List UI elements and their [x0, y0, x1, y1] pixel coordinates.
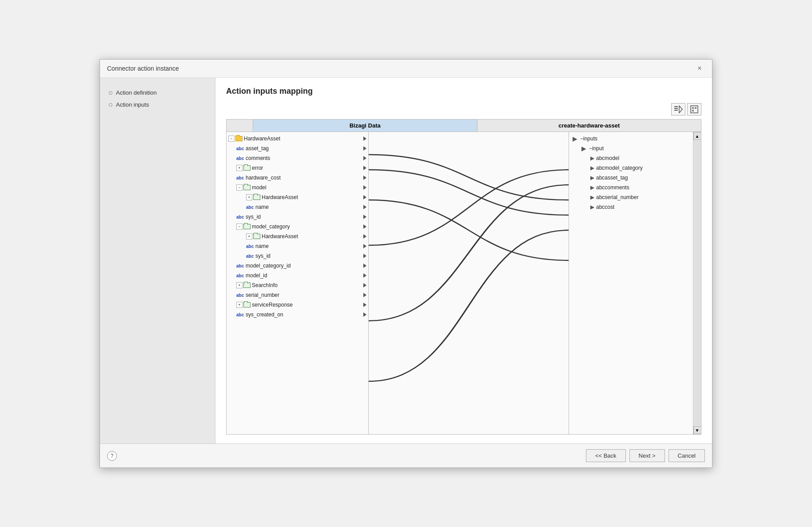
tree-item: abc name: [227, 241, 368, 251]
folder-icon: [235, 136, 243, 141]
map-arrow-icon[interactable]: [363, 166, 366, 170]
map-arrow-icon[interactable]: [363, 234, 366, 239]
map-arrow-icon[interactable]: [363, 303, 366, 307]
right-tree-item: ▶ abc model: [569, 153, 693, 163]
map-arrow-icon[interactable]: [363, 312, 366, 317]
sidebar-item-action-definition[interactable]: Action definition: [107, 87, 208, 99]
expander-icon[interactable]: −: [580, 136, 583, 142]
map-arrow-icon[interactable]: [363, 185, 366, 190]
dialog-title: Connector action instance: [107, 65, 179, 72]
abc-icon: abc: [596, 204, 605, 210]
expander-icon[interactable]: −: [236, 224, 243, 230]
folder-green-icon: [243, 302, 251, 307]
right-tree-item: ▶ abc asset_tag: [569, 173, 693, 183]
mapping-area: Bizagi Data create-hardware-asset − Hard…: [226, 119, 701, 435]
map-arrow-icon[interactable]: [363, 293, 366, 297]
folder-green-icon: [243, 283, 251, 288]
tree-item: − model_category: [227, 222, 368, 232]
map-arrow-icon[interactable]: [363, 136, 366, 141]
next-button[interactable]: Next >: [629, 449, 665, 462]
tree-node-label: serial_number: [246, 292, 362, 298]
mapping-toolbar: [226, 103, 701, 116]
abc-icon: abc: [596, 194, 605, 200]
expander-icon[interactable]: +: [246, 233, 252, 240]
tree-node-label: HardwareAsset: [262, 233, 362, 240]
folder-green-icon: [243, 165, 251, 171]
expander-icon[interactable]: −: [236, 184, 243, 191]
expander-icon[interactable]: +: [236, 165, 243, 171]
folder-green-icon: [243, 185, 251, 190]
expander-icon[interactable]: +: [236, 302, 243, 308]
expander-icon[interactable]: −: [228, 136, 235, 142]
tree-node-label: error: [252, 165, 362, 171]
mapping-headers: Bizagi Data create-hardware-asset: [227, 120, 701, 132]
map-arrow-icon[interactable]: [363, 176, 366, 180]
map-arrow-icon[interactable]: [363, 205, 366, 209]
header-spacer: [227, 120, 253, 132]
map-arrow-icon[interactable]: [363, 254, 366, 258]
scroll-up-arrow[interactable]: ▲: [693, 132, 701, 140]
tree-node-label: sys_id: [246, 214, 362, 220]
toolbar-mapping-button[interactable]: [671, 103, 685, 116]
tree-node-label: model: [605, 155, 619, 161]
abc-icon: abc: [596, 155, 605, 161]
tree-node-label: sys_created_on: [246, 311, 362, 318]
map-arrow-icon[interactable]: [363, 156, 366, 160]
abc-icon: abc: [596, 165, 605, 171]
expander-icon[interactable]: +: [246, 194, 252, 200]
page-title: Action inputs mapping: [226, 87, 701, 96]
tree-item: − HardwareAsset: [227, 134, 368, 144]
dialog-body: Action definition Action inputs Action i…: [100, 78, 712, 443]
sidebar-item-action-inputs[interactable]: Action inputs: [107, 99, 208, 111]
abc-icon: abc: [246, 244, 254, 249]
expander-icon[interactable]: +: [236, 282, 243, 288]
toolbar-view-button[interactable]: [687, 103, 701, 116]
tree-item: + serviceResponse: [227, 300, 368, 310]
scroll-down-arrow[interactable]: ▼: [693, 426, 701, 434]
right-tree-item: ▶ − input: [569, 144, 693, 153]
tree-item: abc hardware_cost: [227, 173, 368, 183]
back-button[interactable]: << Back: [586, 449, 626, 462]
map-arrow-icon[interactable]: [363, 244, 366, 248]
tree-item: abc model_category_id: [227, 261, 368, 271]
cancel-button[interactable]: Cancel: [669, 449, 705, 462]
tree-node-label: comments: [246, 155, 362, 161]
tree-item: + HardwareAsset: [227, 232, 368, 241]
tree-node-label: model: [252, 184, 362, 191]
map-arrow-icon[interactable]: [363, 195, 366, 200]
abc-icon: abc: [236, 273, 244, 278]
scrollbar[interactable]: ▲ ▼: [693, 132, 701, 434]
connector-action-dialog: Connector action instance × Action defin…: [100, 59, 712, 468]
sidebar: Action definition Action inputs: [100, 78, 215, 443]
tree-node-label: serviceResponse: [252, 302, 362, 308]
footer-left: ?: [107, 451, 117, 461]
map-arrow-icon[interactable]: [363, 264, 366, 268]
close-button[interactable]: ×: [694, 63, 705, 74]
right-tree-panel: ▶ − inputs ▶ − input: [569, 132, 693, 434]
map-arrow-icon[interactable]: [363, 283, 366, 287]
svg-marker-3: [679, 106, 682, 113]
tree-item: abc name: [227, 202, 368, 212]
help-button[interactable]: ?: [107, 451, 117, 461]
tree-node-label: HardwareAsset: [262, 194, 362, 200]
sidebar-item-label: Action definition: [116, 89, 157, 96]
map-arrow-icon[interactable]: [363, 273, 366, 278]
svg-rect-0: [674, 106, 678, 107]
svg-rect-2: [674, 110, 678, 111]
abc-icon: abc: [236, 146, 244, 151]
map-arrow-icon[interactable]: [363, 146, 366, 151]
tree-item: abc model_id: [227, 271, 368, 280]
folder-green-icon: [253, 234, 260, 239]
expander-icon[interactable]: −: [589, 145, 592, 152]
main-content: Action inputs mapping: [215, 78, 712, 443]
right-tree-item: ▶ abc model_category: [569, 163, 693, 173]
map-arrow-icon[interactable]: [363, 224, 366, 229]
tree-node-label: sys_id: [255, 253, 362, 259]
svg-rect-1: [674, 108, 678, 109]
connector-area: [369, 132, 569, 434]
sidebar-item-label: Action inputs: [116, 101, 149, 108]
tree-node-label: model_category_id: [246, 263, 362, 269]
folder-green-icon: [243, 224, 251, 229]
map-arrow-icon[interactable]: [363, 215, 366, 219]
right-tree-item: ▶ abc comments: [569, 183, 693, 192]
